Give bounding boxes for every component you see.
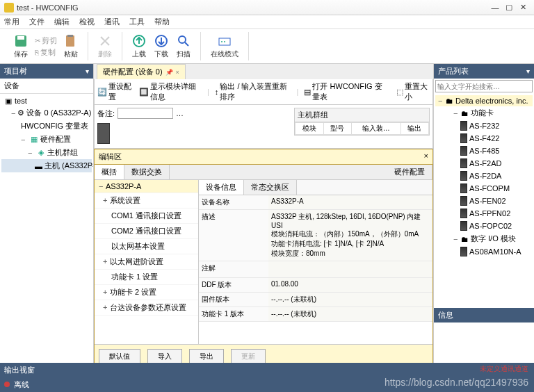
- product-item[interactable]: AS-FPFN02: [435, 207, 533, 220]
- tree-hostgroup[interactable]: −◈主机群组: [1, 146, 92, 159]
- title-bar: test - HWCONFIG — ▢ ✕: [0, 0, 534, 15]
- save-button[interactable]: 保存: [10, 33, 32, 60]
- prop-note-val[interactable]: [268, 261, 432, 278]
- upload-button[interactable]: 上载: [128, 33, 150, 60]
- edit-close-button[interactable]: ×: [424, 152, 428, 162]
- remark-label: 备注:: [97, 108, 115, 119]
- host-group-panel: 主机群组 模块型号输入装…输出: [294, 108, 430, 136]
- product-list-panel: 产品列表▾ −🖿 Delta electronics, inc. −🖿 功能卡 …: [433, 64, 534, 364]
- subtab-exchange[interactable]: 常态交换区: [244, 180, 297, 195]
- vendor-row[interactable]: −🖿 Delta electronics, inc.: [435, 95, 533, 106]
- download-button[interactable]: 下载: [150, 33, 172, 60]
- menu-edit[interactable]: 编辑: [54, 17, 70, 27]
- node-com2[interactable]: COM2 通讯接口设置: [95, 224, 198, 239]
- paste-button[interactable]: 粘贴: [60, 33, 82, 60]
- tree-host[interactable]: ▬主机 (AS332P-…: [1, 159, 92, 172]
- product-item[interactable]: AS-FOPC02: [435, 220, 533, 232]
- svg-point-8: [179, 36, 186, 43]
- product-item[interactable]: AS08AM10N-A: [435, 245, 533, 258]
- hwconfig-icon: ▦: [30, 136, 38, 144]
- tree-hwconfig[interactable]: −▦硬件配置: [1, 133, 92, 146]
- node-ethadv[interactable]: +以太网进阶设置: [95, 254, 198, 270]
- product-item[interactable]: AS-FEN02: [435, 195, 533, 207]
- prop-name-key: 设备名称: [199, 195, 268, 210]
- edit-pane-title: 编辑区: [99, 152, 122, 162]
- cut-button[interactable]: ✂ 剪切: [35, 35, 57, 46]
- reset-config-button[interactable]: 🔄 重设配置: [97, 81, 134, 102]
- tab-hw-sub[interactable]: 硬件配置: [387, 165, 432, 179]
- menu-common[interactable]: 常用: [4, 17, 19, 27]
- close-tab-icon[interactable]: ×: [176, 69, 179, 76]
- node-eth[interactable]: 以太网基本设置: [95, 239, 198, 254]
- show-detail-button[interactable]: 🔲 显示模块详细信息: [139, 81, 202, 102]
- menu-comm[interactable]: 通讯: [104, 17, 120, 27]
- product-item[interactable]: AS-F2DA: [435, 170, 533, 182]
- scan-button[interactable]: 扫描: [172, 33, 195, 60]
- delete-button[interactable]: 删除: [94, 33, 116, 60]
- category-funccard[interactable]: −🖿 功能卡: [435, 106, 533, 120]
- tab-dataexchange[interactable]: 数据交换: [124, 165, 170, 179]
- menu-help[interactable]: 帮助: [154, 17, 170, 27]
- category-dio[interactable]: −🖿 数字 I/O 模块: [435, 232, 533, 245]
- device-icon: ⚙: [17, 109, 24, 117]
- default-button[interactable]: 默认值: [99, 349, 140, 364]
- save-icon: [14, 34, 28, 48]
- menu-bar: 常用 文件 编辑 检视 通讯 工具 帮助: [0, 15, 534, 29]
- device-graphic[interactable]: [97, 123, 110, 144]
- product-item[interactable]: AS-F422: [435, 132, 533, 145]
- menu-file[interactable]: 文件: [29, 17, 44, 27]
- tree-vartable[interactable]: HWCONFIG 变量表: [1, 120, 92, 133]
- product-item[interactable]: AS-F485: [435, 145, 533, 157]
- tree-device[interactable]: −⚙设备 0 (AS332P-A): [1, 106, 92, 120]
- edit-pane: 编辑区× 概括 数据交换 硬件配置 −AS332P-A +系统设置 COM1 通…: [94, 149, 433, 369]
- subtab-devinfo[interactable]: 设备信息: [199, 180, 244, 195]
- prop-fw-val: --.--.-- (未联机): [268, 293, 432, 307]
- maximize-button[interactable]: ▢: [502, 3, 516, 12]
- remark-more[interactable]: …: [176, 109, 184, 117]
- host-icon: ▬: [35, 162, 42, 170]
- copy-button: ⎘ 复制: [35, 47, 57, 58]
- watermark: https://blog.csdn.net/qq21497936: [385, 377, 528, 388]
- prop-note-key: 注解: [199, 261, 268, 278]
- svg-rect-2: [66, 35, 74, 47]
- download-icon: [154, 34, 168, 48]
- online-mode-button[interactable]: 在线模式: [207, 33, 243, 60]
- collapse-icon[interactable]: ▾: [86, 67, 89, 75]
- node-root[interactable]: −AS332P-A: [95, 180, 198, 193]
- product-item[interactable]: AS-FCOPM: [435, 182, 533, 195]
- node-fc2[interactable]: +功能卡 2 设置: [95, 285, 198, 300]
- close-button[interactable]: ✕: [516, 3, 530, 12]
- remark-input[interactable]: [118, 108, 173, 119]
- tab-hwconfig[interactable]: 硬件配置 (设备 0)📌×: [97, 64, 186, 79]
- menu-tools[interactable]: 工具: [129, 17, 145, 27]
- collapse-icon[interactable]: ▾: [526, 67, 530, 75]
- paste-icon: [64, 34, 78, 48]
- menu-view[interactable]: 检视: [79, 17, 95, 27]
- app-icon: [4, 3, 14, 13]
- main-toolbar: 保存 ✂ 剪切 ⎘ 复制 粘贴 删除 上载 下载 扫描: [0, 29, 534, 64]
- import-button[interactable]: 导入: [147, 349, 182, 364]
- open-vartable-button[interactable]: ▤ 打开 HWCONFIG 变量表: [304, 81, 385, 102]
- output-window-header[interactable]: 输出视窗: [0, 363, 534, 377]
- online-icon: [218, 34, 232, 48]
- minimize-button[interactable]: —: [488, 3, 502, 12]
- node-system[interactable]: +系统设置: [95, 193, 198, 209]
- reorder-button[interactable]: ↕ 输出 / 输入装置重新排序: [215, 81, 291, 102]
- node-restore[interactable]: +台达设备参数还原设置: [95, 300, 198, 316]
- pin-icon[interactable]: 📌: [165, 69, 173, 76]
- export-button[interactable]: 导出: [189, 349, 224, 364]
- prop-fw-key: 固件版本: [199, 293, 268, 307]
- delete-icon: [98, 34, 112, 48]
- reset-size-button[interactable]: ⬚ 重置大小: [396, 81, 430, 102]
- node-com1[interactable]: COM1 通讯接口设置: [95, 209, 198, 224]
- config-toolbar: 🔄 重设配置 🔲 显示模块详细信息| ↕ 输出 / 输入装置重新排序| ▤ 打开…: [94, 79, 433, 105]
- product-item[interactable]: AS-F2AD: [435, 157, 533, 170]
- property-grid: 设备名称AS332P-A 描述AS332P 主机, 128kStep, 16DI…: [199, 195, 432, 344]
- project-icon: ▣: [4, 97, 13, 105]
- project-tree-panel: 项目树▾ 设备 ▣test −⚙设备 0 (AS332P-A) HWCONFIG…: [0, 64, 94, 364]
- node-fc1[interactable]: 功能卡 1 设置: [95, 270, 198, 285]
- product-item[interactable]: AS-F232: [435, 120, 533, 132]
- tree-test[interactable]: ▣test: [1, 95, 92, 106]
- product-search-input[interactable]: [435, 80, 533, 92]
- tab-overview[interactable]: 概括: [95, 165, 124, 179]
